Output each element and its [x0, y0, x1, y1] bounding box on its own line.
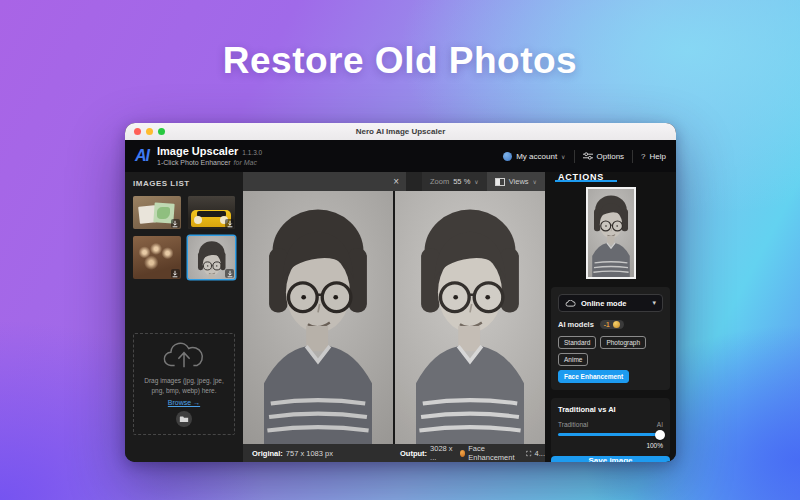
my-account-menu[interactable]: My account ∨ — [503, 152, 565, 161]
model-buttons: Standard Photograph Anime Face Enhanceme… — [558, 336, 663, 383]
app-version: 1.1.3.0 — [242, 149, 262, 157]
thumbnail-book-map[interactable] — [133, 196, 181, 229]
slider-handle[interactable] — [655, 430, 665, 440]
original-portrait-image — [243, 191, 393, 444]
close-icon[interactable]: × — [393, 177, 399, 187]
actions-panel: ACTIONS Online mode ▾ AI models -1 — [545, 172, 676, 462]
help-icon: ? — [641, 152, 645, 161]
account-avatar — [503, 152, 512, 161]
dropzone-text: Drag images (jpg, jpeg, jpe, png, bmp, w… — [144, 376, 224, 397]
divider — [574, 150, 575, 163]
blend-slider[interactable] — [558, 433, 663, 436]
mode-value: Online mode — [581, 299, 626, 308]
browse-link[interactable]: Browse → — [168, 399, 200, 406]
ai-models-label: AI models — [558, 320, 594, 329]
open-image-tab[interactable]: × — [243, 172, 406, 191]
model-button-anime[interactable]: Anime — [558, 353, 588, 366]
help-button[interactable]: ? Help — [641, 152, 666, 161]
model-button-standard[interactable]: Standard — [558, 336, 596, 349]
views-control[interactable]: Views ∨ — [487, 172, 545, 191]
output-label: Output: — [400, 449, 427, 458]
chevron-down-icon: ∨ — [533, 178, 537, 185]
credit-cost-badge: -1 — [600, 320, 624, 329]
app-tagline: 1-Click Photo Enhancerfor Mac — [157, 159, 262, 168]
window-title: Nero AI Image Upscaler — [125, 127, 676, 136]
images-list-title: IMAGES LIST — [133, 179, 235, 188]
save-image-button[interactable]: Save image — [551, 456, 670, 462]
nero-ai-logo: AI — [135, 147, 149, 165]
thumbnail-portrait-selected[interactable] — [188, 236, 236, 279]
app-name: Image Upscaler — [157, 145, 238, 159]
chevron-down-icon: ∨ — [561, 153, 565, 160]
ai-label: AI — [657, 421, 663, 428]
output-dimensions: 3028 x ... — [430, 444, 455, 462]
original-dimensions: 757 x 1083 px — [286, 449, 333, 458]
actions-tabbar: ACTIONS — [545, 172, 676, 182]
original-label: Original: — [252, 449, 283, 458]
preview-portrait-image — [588, 189, 634, 277]
enhanced-portrait-image — [395, 191, 545, 444]
upload-cloud-icon — [163, 341, 205, 371]
drag-drop-zone[interactable]: Drag images (jpg, jpeg, jpe, png, bmp, w… — [133, 333, 235, 435]
download-icon[interactable] — [171, 219, 180, 228]
output-image-pane — [395, 191, 545, 444]
chevron-down-icon: ▾ — [652, 299, 656, 307]
canvas-status-bar: Original: 757 x 1083 px Output: 3028 x .… — [243, 444, 545, 462]
scale-factor: 4... — [535, 449, 545, 458]
download-icon[interactable] — [225, 219, 234, 228]
options-button[interactable]: Options — [583, 152, 625, 161]
image-canvas: × Zoom 55 % ∨ Views ∨ — [243, 172, 545, 462]
split-view-icon — [495, 178, 505, 186]
divider — [632, 150, 633, 163]
desktop-background: { "hero": { "title": "Restore Old Photos… — [0, 0, 800, 500]
traditional-vs-ai-card: Traditional vs AI Traditional AI 100% — [551, 398, 670, 456]
chevron-down-icon: ∨ — [474, 178, 478, 185]
thumbnail-yellow-car[interactable] — [188, 196, 236, 229]
compare-title: Traditional vs AI — [558, 405, 663, 414]
zoom-control[interactable]: Zoom 55 % ∨ — [422, 172, 487, 191]
coin-icon — [613, 321, 620, 328]
thumbnail-family-photo[interactable] — [133, 236, 181, 279]
processing-icon — [460, 450, 466, 457]
thumbnail-grid — [133, 196, 235, 279]
compare-stage[interactable] — [243, 191, 545, 444]
download-icon[interactable] — [171, 269, 180, 278]
model-button-photograph[interactable]: Photograph — [600, 336, 646, 349]
mode-dropdown[interactable]: Online mode ▾ — [558, 294, 663, 312]
images-list-sidebar: IMAGES LIST — [125, 172, 243, 462]
model-button-face-enhancement[interactable]: Face Enhancement — [558, 370, 629, 383]
page-title: Restore Old Photos — [0, 40, 800, 82]
traditional-label: Traditional — [558, 421, 588, 428]
zoom-value: 55 % — [453, 177, 470, 186]
expand-icon — [526, 450, 532, 457]
window-titlebar: Nero AI Image Upscaler — [125, 123, 676, 140]
selected-image-preview — [586, 187, 636, 279]
blend-percentage: 100% — [558, 442, 663, 449]
cloud-icon — [565, 300, 576, 307]
folder-icon — [179, 415, 189, 423]
model-settings-card: Online mode ▾ AI models -1 Standard Phot… — [551, 287, 670, 390]
open-folder-button[interactable] — [176, 411, 192, 427]
original-image-pane — [243, 191, 393, 444]
app-window: Nero AI Image Upscaler AI Image Upscaler… — [125, 123, 676, 462]
output-model-name: Face Enhancement — [468, 444, 520, 462]
app-header: AI Image Upscaler 1.1.3.0 1-Click Photo … — [125, 140, 676, 172]
sliders-icon — [583, 152, 593, 160]
canvas-toolbar: × Zoom 55 % ∨ Views ∨ — [243, 172, 545, 191]
active-tab-underline — [555, 180, 617, 182]
download-icon[interactable] — [225, 269, 234, 278]
